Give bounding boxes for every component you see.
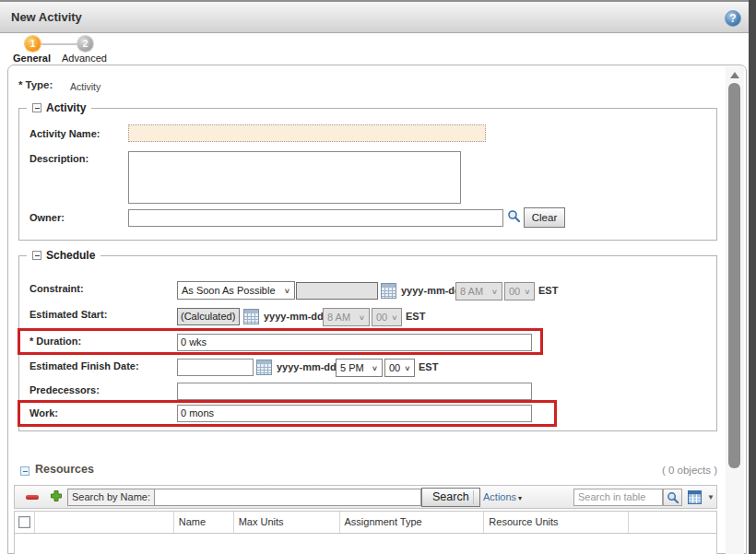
type-label-text: Type: bbox=[25, 79, 53, 90]
constraint-minute-select[interactable]: 00 ∨ bbox=[504, 282, 535, 301]
activity-name-input[interactable] bbox=[128, 124, 486, 142]
clear-button[interactable]: Clear bbox=[524, 207, 565, 228]
search-button[interactable]: Search bbox=[421, 488, 480, 507]
estimated-finish-date-input[interactable] bbox=[177, 359, 254, 376]
select-all-cell bbox=[15, 512, 35, 533]
actions-label: Actions bbox=[483, 491, 516, 502]
caret-down-icon: ▾ bbox=[518, 494, 522, 502]
step-number: 2 bbox=[83, 39, 89, 49]
constraint-date-input[interactable] bbox=[296, 282, 378, 300]
activity-section-header: Activity bbox=[27, 101, 91, 114]
column-header-trailing bbox=[629, 512, 716, 533]
search-by-name-group: Search by Name: bbox=[67, 489, 421, 506]
chevron-down-icon: ∨ bbox=[491, 288, 498, 296]
table-search-magnifier-button[interactable] bbox=[663, 489, 682, 506]
column-header-assignment-type[interactable]: Assignment Type bbox=[340, 512, 485, 533]
question-mark-glyph: ? bbox=[729, 12, 736, 25]
add-resource-plus-icon[interactable] bbox=[50, 489, 63, 502]
chevron-down-icon: ∨ bbox=[391, 313, 397, 322]
chevron-down-icon: ∨ bbox=[404, 364, 410, 372]
type-value: Activity bbox=[70, 81, 100, 92]
column-header-name[interactable]: Name bbox=[174, 512, 234, 533]
selected-option: 5 PM bbox=[340, 362, 364, 373]
constraint-label: Constraint: bbox=[30, 283, 84, 294]
page-title: New Activity bbox=[11, 2, 82, 32]
estimated-start-minute-select[interactable]: 00 ∨ bbox=[372, 308, 402, 326]
selected-option: 00 bbox=[509, 286, 520, 297]
wizard-step-2-circle[interactable]: 2 bbox=[77, 36, 93, 52]
selected-option: 8 AM bbox=[460, 286, 483, 297]
timezone-label: EST bbox=[538, 285, 558, 296]
collapse-icon[interactable] bbox=[32, 103, 41, 112]
resources-table: Name Max Units Assignment Type Resource … bbox=[14, 511, 717, 554]
estimated-finish-minute-select[interactable]: 00 ∨ bbox=[384, 359, 415, 377]
description-label: Description: bbox=[30, 153, 89, 164]
schedule-section: Schedule Constraint: As Soon As Possible… bbox=[18, 255, 717, 431]
selected-option: 00 bbox=[389, 362, 400, 373]
tab-advanced[interactable]: Advanced bbox=[62, 53, 107, 64]
resources-section-title: Resources bbox=[35, 463, 94, 476]
activity-name-label: Activity Name: bbox=[30, 128, 100, 139]
wizard-step-1-circle[interactable]: 1 bbox=[25, 36, 41, 52]
scroll-up-arrow-icon[interactable] bbox=[730, 72, 739, 78]
duration-label-text: Duration: bbox=[36, 336, 81, 347]
timezone-label: EST bbox=[419, 361, 438, 372]
type-label: *Type: bbox=[18, 79, 53, 90]
activity-section: Activity Activity Name: Description: Own… bbox=[18, 108, 717, 241]
estimated-start-label: Estimated Start: bbox=[30, 309, 107, 320]
calendar-icon[interactable] bbox=[243, 309, 259, 324]
section-title: Schedule bbox=[46, 249, 95, 262]
constraint-hour-select[interactable]: 8 AM ∨ bbox=[455, 282, 502, 301]
chevron-down-icon: ∨ bbox=[372, 364, 378, 372]
calendar-icon[interactable] bbox=[381, 283, 396, 299]
duration-label: *Duration: bbox=[30, 336, 81, 347]
chevron-down-icon: ∨ bbox=[284, 287, 290, 295]
chevron-down-icon: ∨ bbox=[524, 288, 530, 296]
selected-option: 00 bbox=[376, 312, 387, 323]
calendar-icon[interactable] bbox=[256, 360, 272, 375]
toolbar-separator bbox=[473, 490, 474, 504]
resources-collapse-icon[interactable] bbox=[20, 466, 30, 476]
resources-toolbar: Search by Name: Search Actions▾ Search i… bbox=[14, 485, 717, 509]
date-format-label: yyyy-mm-dd bbox=[401, 285, 461, 296]
predecessors-input[interactable] bbox=[177, 383, 532, 400]
estimated-start-input[interactable]: (Calculated) bbox=[177, 308, 240, 325]
column-header-resource-units[interactable]: Resource Units bbox=[484, 512, 629, 533]
predecessors-label: Predecessors: bbox=[30, 384, 100, 395]
table-options-caret-icon[interactable]: ▼ bbox=[707, 493, 715, 501]
wizard-connector-line bbox=[41, 43, 78, 45]
collapse-icon[interactable] bbox=[32, 251, 41, 260]
estimated-start-hour-select[interactable]: 8 AM ∨ bbox=[323, 308, 370, 326]
selected-option: As Soon As Possible bbox=[182, 285, 276, 296]
date-format-label: yyyy-mm-dd bbox=[277, 361, 337, 372]
schedule-section-header: Schedule bbox=[27, 249, 100, 262]
owner-lookup-magnifier-icon[interactable] bbox=[507, 209, 521, 223]
new-activity-dialog: New Activity ? 1 2 General Advanced *Typ… bbox=[0, 0, 756, 554]
table-empty-body bbox=[15, 534, 716, 554]
search-in-table-input[interactable]: Search in table bbox=[573, 489, 663, 506]
constraint-select[interactable]: As Soon As Possible ∨ bbox=[177, 281, 295, 300]
work-input[interactable]: 0 mons bbox=[177, 405, 532, 422]
actions-menu[interactable]: Actions▾ bbox=[483, 491, 522, 502]
owner-input[interactable] bbox=[128, 209, 503, 227]
estimated-finish-hour-select[interactable]: 5 PM ∨ bbox=[336, 359, 383, 377]
selected-option: 8 AM bbox=[327, 312, 350, 323]
tab-general[interactable]: General bbox=[13, 53, 51, 64]
column-header-blank bbox=[35, 512, 174, 533]
description-textarea[interactable] bbox=[128, 151, 461, 204]
date-format-label: yyyy-mm-dd bbox=[264, 311, 324, 322]
table-columns-grid-icon[interactable] bbox=[688, 490, 702, 504]
select-all-checkbox[interactable] bbox=[18, 516, 30, 528]
required-marker: * bbox=[30, 336, 33, 347]
step-number: 1 bbox=[30, 39, 36, 49]
help-icon[interactable]: ? bbox=[725, 10, 741, 27]
remove-resource-minus-icon[interactable] bbox=[26, 495, 39, 500]
owner-label: Owner: bbox=[30, 212, 65, 223]
duration-input[interactable]: 0 wks bbox=[177, 334, 532, 351]
column-header-max-units[interactable]: Max Units bbox=[234, 512, 340, 533]
table-header-row: Name Max Units Assignment Type Resource … bbox=[15, 512, 716, 534]
dialog-titlebar: New Activity ? bbox=[0, 0, 749, 33]
search-by-name-input[interactable] bbox=[154, 489, 421, 506]
scrollbar-thumb[interactable] bbox=[728, 83, 740, 468]
estimated-finish-date-label: Estimated Finish Date: bbox=[30, 360, 139, 371]
